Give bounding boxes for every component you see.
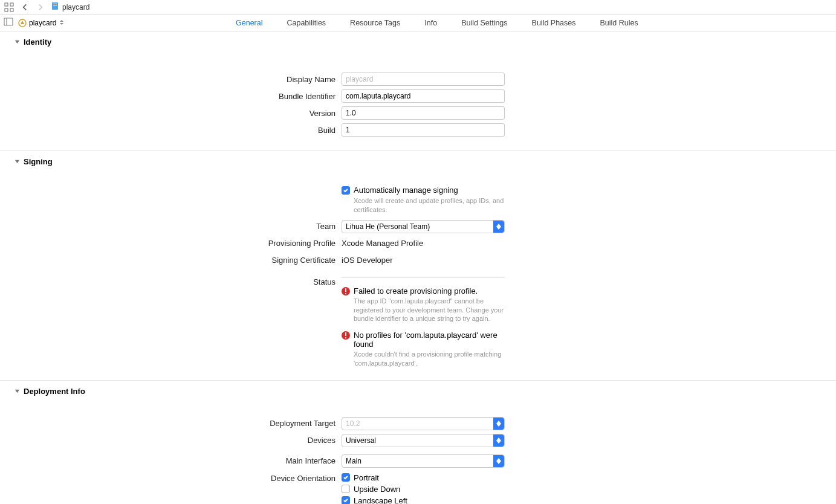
svg-marker-22 [496,424,501,427]
svg-marker-10 [60,20,63,22]
nav-back-icon[interactable] [19,2,30,13]
disclosure-icon[interactable] [15,387,20,396]
bundle-id-label: Bundle Identifier [279,92,335,101]
svg-rect-2 [5,8,8,11]
select-stepper-icon [493,418,504,430]
breadcrumb-bar: playcard [0,0,836,15]
error-2-title: No profiles for 'com.laputa.playcard' we… [354,331,505,349]
svg-rect-16 [345,288,346,292]
deploy-target-value: 10.2 [346,419,360,428]
deployment-title: Deployment Info [24,387,85,396]
signing-title: Signing [24,157,53,166]
version-input[interactable] [342,106,505,120]
main-interface-select[interactable]: Main [342,454,505,468]
svg-rect-0 [5,3,8,6]
orient-upside-checkbox[interactable] [342,485,350,493]
orient-left-label: Landscape Left [354,496,407,504]
version-label: Version [309,109,335,118]
auto-signing-help: Xcode will create and update profiles, a… [342,196,505,215]
select-stepper-icon [493,455,504,467]
build-input[interactable] [342,123,505,137]
svg-marker-20 [15,390,19,393]
tab-build-settings[interactable]: Build Settings [461,19,507,27]
svg-rect-7 [4,18,13,25]
svg-rect-6 [53,5,57,5]
svg-rect-5 [53,4,57,4]
tab-general[interactable]: General [236,19,262,27]
orient-upside-label: Upside Down [354,485,400,494]
svg-rect-3 [10,8,13,11]
tab-resource-tags[interactable]: Resource Tags [350,19,400,27]
display-name-input[interactable] [342,73,505,86]
signing-section: Signing Automatically manage signing Xco… [0,151,836,381]
settings-tabs: General Capabilities Resource Tags Info … [236,19,638,27]
target-selector[interactable]: playcard [18,19,65,27]
svg-marker-15 [496,227,501,230]
cert-label: Signing Certificate [272,256,336,265]
select-stepper-icon [493,221,504,233]
deploy-target-select[interactable]: 10.2 [342,417,505,430]
svg-marker-11 [60,23,63,25]
orient-portrait-checkbox[interactable] [342,473,350,482]
svg-marker-12 [15,40,19,44]
target-name: playcard [29,19,56,27]
team-label: Team [316,222,335,231]
disclosure-icon[interactable] [15,37,20,47]
error-icon [342,287,350,296]
identity-section: Identity Display Name Bundle Identifier … [0,31,836,151]
tab-build-rules[interactable]: Build Rules [600,19,638,27]
svg-rect-1 [10,3,13,6]
auto-signing-label: Automatically manage signing [354,186,458,195]
profile-label: Provisioning Profile [268,239,335,248]
main-interface-value: Main [346,457,361,465]
tab-build-phases[interactable]: Build Phases [532,19,576,27]
error-2-message: Xcode couldn't find a provisioning profi… [354,350,505,368]
nav-forward-icon[interactable] [35,2,46,13]
team-value: Lihua He (Personal Team) [346,222,430,231]
orient-left-checkbox[interactable] [342,496,350,504]
bundle-id-input[interactable] [342,89,505,103]
devices-select[interactable]: Universal [342,434,505,447]
orient-portrait-label: Portrait [354,473,379,482]
svg-rect-18 [345,332,346,336]
cert-value: iOS Developer [342,256,393,265]
select-stepper-icon [493,435,504,447]
updown-icon [59,19,65,27]
devices-label: Devices [308,436,335,445]
error-icon [342,331,350,340]
status-label: Status [313,277,335,286]
main-interface-label: Main Interface [286,456,335,465]
display-name-label: Display Name [287,75,335,84]
breadcrumb-file-label: playcard [62,3,89,11]
auto-signing-checkbox[interactable] [342,186,350,195]
breadcrumb-file[interactable]: playcard [51,2,89,12]
tab-info[interactable]: Info [424,19,437,27]
related-items-icon[interactable] [4,2,15,13]
app-target-icon [18,19,27,27]
error-1-message: The app ID "com.laputa.playcard" cannot … [354,297,505,324]
orientation-label: Device Orientation [271,474,335,483]
svg-marker-24 [496,441,501,444]
svg-rect-19 [345,337,346,338]
project-file-icon [51,2,59,12]
svg-marker-13 [15,160,19,163]
target-row: playcard General Capabilities Resource T… [0,15,836,31]
side-panel-icon[interactable] [4,17,13,28]
error-1-title: Failed to create provisioning profile. [354,286,505,296]
deployment-section: Deployment Info Deployment Target 10.2 D… [0,381,836,504]
svg-marker-26 [496,461,501,464]
svg-rect-17 [345,293,346,294]
build-label: Build [318,126,335,135]
team-select[interactable]: Lihua He (Personal Team) [342,220,505,233]
disclosure-icon[interactable] [15,157,20,166]
deploy-target-label: Deployment Target [270,419,335,428]
svg-rect-4 [52,2,58,10]
identity-title: Identity [24,37,51,47]
tab-capabilities[interactable]: Capabilities [287,19,326,27]
devices-value: Universal [346,436,376,445]
profile-value: Xcode Managed Profile [342,239,423,248]
